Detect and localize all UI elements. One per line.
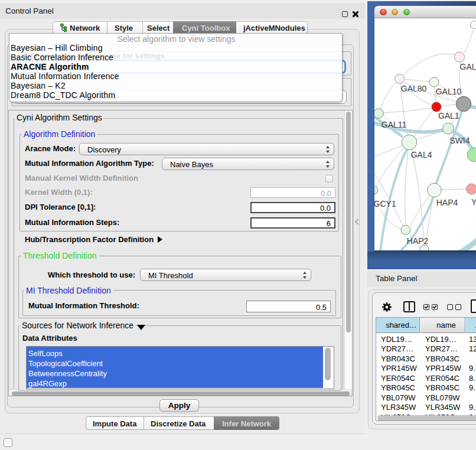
svg-text:HAP2: HAP2 bbox=[407, 236, 429, 246]
svg-text:GAL80: GAL80 bbox=[401, 84, 427, 93]
svg-text:Y: Y bbox=[471, 197, 476, 207]
svg-text:GAL1: GAL1 bbox=[438, 111, 459, 120]
svg-text:GAL: GAL bbox=[460, 62, 476, 71]
svg-text:HAP4: HAP4 bbox=[436, 198, 458, 207]
svg-text:GCY1: GCY1 bbox=[374, 199, 396, 208]
svg-text:SWI4: SWI4 bbox=[449, 136, 470, 145]
svg-text:GAL11: GAL11 bbox=[382, 120, 407, 129]
svg-text:GAL10: GAL10 bbox=[436, 87, 462, 96]
svg-text:GAL4: GAL4 bbox=[411, 150, 432, 159]
